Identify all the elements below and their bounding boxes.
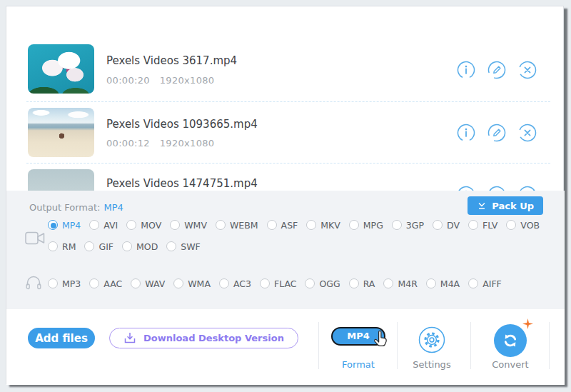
radio-icon bbox=[349, 220, 359, 230]
format-option-label: MOD bbox=[136, 241, 158, 252]
format-option-label: MOV bbox=[141, 220, 161, 231]
output-format-panel: Output Format:MP4 Pack Up MP4AVIMOVWMVWE… bbox=[6, 191, 565, 309]
audio-format-option-m4a[interactable]: M4A bbox=[426, 278, 460, 289]
settings-gear-icon[interactable] bbox=[418, 326, 445, 353]
output-format-value: MP4 bbox=[103, 202, 123, 213]
pack-up-button[interactable]: Pack Up bbox=[468, 196, 543, 215]
sparkle-icon bbox=[522, 318, 533, 332]
audio-format-option-ac3[interactable]: AC3 bbox=[219, 278, 251, 289]
format-option-label: MPG bbox=[363, 220, 383, 231]
file-name: Pexels Videos 1093665.mp4 bbox=[106, 118, 258, 131]
info-icon[interactable] bbox=[457, 124, 475, 142]
audio-format-row: MP3AACWAVWMAAC3FLACOGGRAM4RM4AAIFF bbox=[48, 278, 510, 291]
radio-icon bbox=[173, 278, 183, 288]
video-format-option-wmv[interactable]: WMV bbox=[170, 220, 207, 231]
video-format-option-dv[interactable]: DV bbox=[433, 220, 460, 231]
radio-icon bbox=[84, 241, 94, 251]
video-format-option-mov[interactable]: MOV bbox=[126, 220, 161, 231]
radio-icon bbox=[267, 220, 277, 230]
audio-format-option-ra[interactable]: RA bbox=[349, 278, 375, 289]
download-desktop-button[interactable]: Download Desktop Version bbox=[109, 328, 298, 348]
file-duration: 00:00:12 bbox=[106, 138, 150, 149]
video-thumbnail bbox=[28, 44, 94, 94]
video-format-row-2: RMGIFMODSWF bbox=[48, 241, 209, 254]
radio-icon bbox=[506, 220, 516, 230]
video-format-option-asf[interactable]: ASF bbox=[267, 220, 298, 231]
video-format-row-1: MP4AVIMOVWMVWEBMASFMKVMPG3GPDVFLVVOB bbox=[48, 219, 548, 233]
format-option-label: WMA bbox=[188, 278, 211, 289]
row-actions bbox=[457, 61, 537, 79]
radio-icon bbox=[468, 278, 478, 288]
video-format-option-mkv[interactable]: MKV bbox=[306, 220, 340, 231]
format-select-button[interactable]: MP4 bbox=[331, 327, 385, 346]
radio-icon bbox=[219, 278, 229, 288]
footer-divider bbox=[318, 322, 319, 369]
row-divider bbox=[26, 101, 550, 102]
convert-sync-icon bbox=[501, 331, 520, 350]
close-icon[interactable] bbox=[518, 61, 537, 79]
file-name: Pexels Videos 1474751.mp4 bbox=[106, 177, 258, 190]
edit-icon[interactable] bbox=[487, 61, 506, 79]
footer-divider bbox=[549, 322, 550, 369]
radio-icon bbox=[383, 278, 393, 288]
audio-format-option-ogg[interactable]: OGG bbox=[305, 278, 340, 289]
video-format-option-flv[interactable]: FLV bbox=[468, 220, 497, 231]
format-option-label: MP3 bbox=[62, 278, 81, 289]
format-option-label: VOB bbox=[520, 220, 540, 231]
video-format-option-mp4[interactable]: MP4 bbox=[48, 220, 81, 231]
format-option-label: FLAC bbox=[274, 278, 297, 289]
add-files-button[interactable]: Add files bbox=[28, 328, 95, 348]
audio-format-option-aac[interactable]: AAC bbox=[89, 278, 122, 289]
format-option-label: RM bbox=[62, 241, 76, 252]
radio-icon bbox=[48, 278, 58, 288]
convert-caption: Convert bbox=[475, 359, 546, 370]
audio-format-option-flac[interactable]: FLAC bbox=[260, 278, 297, 289]
radio-icon bbox=[89, 278, 99, 288]
radio-icon bbox=[349, 278, 359, 288]
file-name: Pexels Videos 3617.mp4 bbox=[106, 54, 237, 67]
video-format-option-gif[interactable]: GIF bbox=[84, 241, 113, 252]
footer-toolbar: Add files Download Desktop Version MP4 F… bbox=[6, 309, 565, 385]
video-format-option-webm[interactable]: WEBM bbox=[216, 220, 258, 231]
format-option-label: 3GP bbox=[406, 220, 424, 231]
audio-format-option-wav[interactable]: WAV bbox=[131, 278, 165, 289]
edit-icon[interactable] bbox=[487, 124, 506, 142]
radio-icon bbox=[216, 220, 226, 230]
video-format-option-swf[interactable]: SWF bbox=[166, 241, 200, 252]
audio-format-option-wma[interactable]: WMA bbox=[173, 278, 211, 289]
format-option-label: DV bbox=[447, 220, 460, 231]
radio-icon bbox=[131, 278, 141, 288]
close-icon[interactable] bbox=[518, 124, 537, 142]
output-format-label: Output Format:MP4 bbox=[29, 202, 123, 213]
radio-icon bbox=[48, 220, 58, 230]
video-format-option-avi[interactable]: AVI bbox=[89, 220, 118, 231]
audio-format-option-mp3[interactable]: MP3 bbox=[48, 278, 81, 289]
radio-icon bbox=[306, 220, 316, 230]
file-duration: 00:00:20 bbox=[106, 75, 150, 86]
video-format-option-mpg[interactable]: MPG bbox=[349, 220, 383, 231]
radio-icon bbox=[89, 220, 99, 230]
audio-format-option-m4r[interactable]: M4R bbox=[383, 278, 417, 289]
video-format-option-rm[interactable]: RM bbox=[48, 241, 76, 252]
format-option-label: WAV bbox=[145, 278, 165, 289]
download-icon bbox=[123, 332, 136, 344]
format-option-label: MKV bbox=[320, 220, 340, 231]
format-option-label: WEBM bbox=[230, 220, 258, 231]
radio-icon bbox=[468, 220, 478, 230]
video-camera-icon bbox=[25, 231, 45, 248]
audio-format-option-aiff[interactable]: AIFF bbox=[468, 278, 502, 289]
format-option-label: SWF bbox=[181, 241, 200, 252]
format-option-label: M4R bbox=[398, 278, 417, 289]
radio-icon bbox=[392, 220, 402, 230]
row-divider bbox=[26, 163, 550, 164]
pack-up-icon bbox=[477, 201, 487, 211]
radio-icon bbox=[260, 278, 270, 288]
radio-icon bbox=[170, 220, 180, 230]
info-icon[interactable] bbox=[457, 61, 475, 79]
file-meta: 00:00:201920x1080 bbox=[106, 75, 214, 86]
video-format-option-mod[interactable]: MOD bbox=[122, 241, 158, 252]
file-meta: 00:00:121920x1080 bbox=[106, 138, 214, 149]
video-format-option-vob[interactable]: VOB bbox=[506, 220, 540, 231]
video-format-option-3gp[interactable]: 3GP bbox=[392, 220, 424, 231]
format-option-label: AAC bbox=[103, 278, 122, 289]
